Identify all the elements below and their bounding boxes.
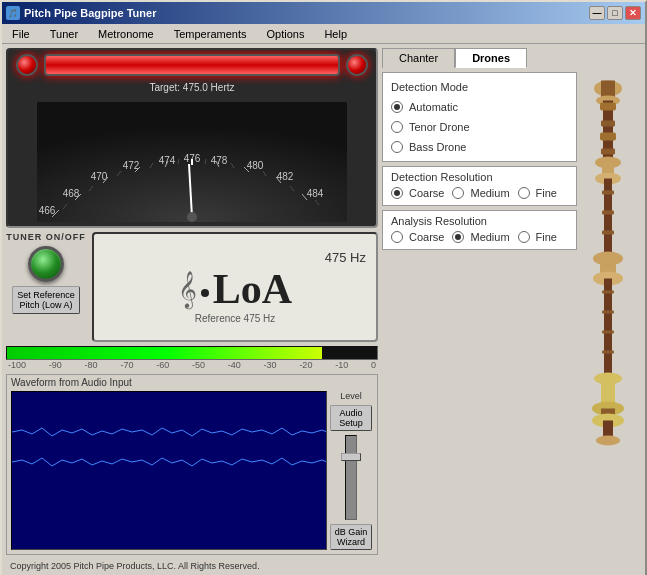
- radio-bass-drone-circle: [391, 141, 403, 153]
- analysis-fine[interactable]: Fine: [518, 231, 557, 243]
- app-icon: 🎵: [6, 6, 20, 20]
- main-content: Target: 475.0 Hertz 4: [2, 44, 645, 575]
- level-slider[interactable]: [345, 435, 357, 520]
- menu-temperaments[interactable]: Temperaments: [168, 26, 253, 42]
- waveform-display: [11, 391, 327, 550]
- svg-text:474: 474: [159, 155, 176, 166]
- tuner-on-off-label: TUNER ON/OFF: [6, 232, 86, 242]
- bagpipe-area: [581, 48, 641, 573]
- svg-rect-55: [602, 331, 614, 334]
- svg-rect-46: [602, 191, 614, 195]
- level-label: Level: [340, 391, 362, 401]
- note-dot: [201, 289, 209, 297]
- svg-rect-40: [600, 133, 616, 141]
- detection-coarse[interactable]: Coarse: [391, 187, 444, 199]
- level-bar-container-wrapper: -100 -90 -80 -70 -60 -50 -40 -30 -20 -10…: [6, 346, 378, 370]
- center-indicator-bar: [44, 54, 340, 76]
- tuner-controls: TUNER ON/OFF Set Reference Pitch (Low A)…: [6, 232, 378, 342]
- svg-text:466: 466: [39, 205, 56, 216]
- svg-text:478: 478: [211, 155, 228, 166]
- radio-tenor-drone-circle: [391, 121, 403, 133]
- analysis-medium-circle: [452, 231, 464, 243]
- radio-bass-drone-label: Bass Drone: [409, 141, 466, 153]
- level-scale: -100 -90 -80 -70 -60 -50 -40 -30 -20 -10…: [6, 360, 378, 370]
- radio-tenor-drone-label: Tenor Drone: [409, 121, 470, 133]
- tab-drones[interactable]: Drones: [455, 48, 527, 68]
- waveform-title: Waveform from Audio Input: [7, 375, 136, 390]
- detection-coarse-label: Coarse: [409, 187, 444, 199]
- gauge-meter: Target: 475.0 Hertz 4: [8, 80, 376, 226]
- tab-chanter[interactable]: Chanter: [382, 48, 455, 68]
- bagpipe-svg: [581, 48, 636, 573]
- copyright: Copyright 2005 Pitch Pipe Products, LLC.…: [6, 559, 378, 573]
- analysis-fine-circle: [518, 231, 530, 243]
- radio-bass-drone[interactable]: Bass Drone: [391, 141, 568, 153]
- note-reference: Reference 475 Hz: [195, 313, 276, 324]
- waveform-svg: [12, 392, 326, 549]
- audio-setup-button[interactable]: AudioSetup: [330, 405, 372, 431]
- radio-automatic-label: Automatic: [409, 101, 458, 113]
- audio-controls: Level AudioSetup dB GainWizard: [329, 391, 373, 550]
- radio-tenor-drone[interactable]: Tenor Drone: [391, 121, 568, 133]
- note-main-row: 𝄞 LoA: [178, 265, 292, 313]
- svg-rect-48: [602, 231, 614, 235]
- svg-text:480: 480: [247, 160, 264, 171]
- tuner-on-off-section: TUNER ON/OFF Set Reference Pitch (Low A): [6, 232, 86, 342]
- window-title: Pitch Pipe Bagpipe Tuner: [24, 7, 156, 19]
- detection-coarse-circle: [391, 187, 403, 199]
- target-text: Target: 475.0 Hertz: [8, 82, 376, 93]
- detection-medium-label: Medium: [470, 187, 509, 199]
- maximize-button[interactable]: □: [607, 6, 623, 20]
- pitch-button[interactable]: Set Reference Pitch (Low A): [12, 286, 80, 314]
- menu-options[interactable]: Options: [260, 26, 310, 42]
- detection-resolution-options: Coarse Medium Fine: [391, 187, 568, 199]
- detection-mode-title: Detection Mode: [391, 81, 568, 93]
- title-buttons: — □ ✕: [589, 6, 641, 20]
- analysis-coarse-label: Coarse: [409, 231, 444, 243]
- top-decoration: [8, 50, 376, 80]
- analysis-medium[interactable]: Medium: [452, 231, 509, 243]
- left-panel: Target: 475.0 Hertz 4: [6, 48, 378, 573]
- close-button[interactable]: ✕: [625, 6, 641, 20]
- svg-rect-54: [602, 311, 614, 314]
- detection-resolution-section: Detection Resolution Coarse Medium Fine: [382, 166, 577, 206]
- radio-automatic-circle: [391, 101, 403, 113]
- detection-fine-label: Fine: [536, 187, 557, 199]
- menu-metronome[interactable]: Metronome: [92, 26, 160, 42]
- minimize-button[interactable]: —: [589, 6, 605, 20]
- detection-resolution-title: Detection Resolution: [391, 171, 568, 183]
- power-button[interactable]: [28, 246, 64, 282]
- level-bar-fill: [7, 347, 322, 359]
- svg-rect-38: [600, 103, 616, 111]
- menu-tuner[interactable]: Tuner: [44, 26, 84, 42]
- radio-automatic[interactable]: Automatic: [391, 101, 568, 113]
- detection-fine-circle: [518, 187, 530, 199]
- menu-help[interactable]: Help: [318, 26, 353, 42]
- tabs: Chanter Drones: [382, 48, 577, 68]
- svg-rect-41: [601, 149, 615, 155]
- note-display: 475 Hz 𝄞 LoA Reference 475 Hz: [92, 232, 378, 342]
- detection-mode-panel: Detection Mode Automatic Tenor Drone Bas…: [382, 72, 577, 162]
- analysis-resolution-section: Analysis Resolution Coarse Medium Fine: [382, 210, 577, 250]
- detection-medium[interactable]: Medium: [452, 187, 509, 199]
- svg-text:484: 484: [307, 188, 324, 199]
- analysis-coarse[interactable]: Coarse: [391, 231, 444, 243]
- analysis-resolution-options: Coarse Medium Fine: [391, 231, 568, 243]
- svg-point-32: [187, 212, 197, 222]
- level-bar-container: [6, 346, 378, 360]
- svg-rect-47: [602, 211, 614, 215]
- svg-rect-53: [602, 291, 614, 294]
- detection-fine[interactable]: Fine: [518, 187, 557, 199]
- analysis-medium-label: Medium: [470, 231, 509, 243]
- note-hz: 475 Hz: [325, 250, 366, 265]
- db-gain-button[interactable]: dB GainWizard: [330, 524, 372, 550]
- svg-rect-39: [601, 121, 615, 127]
- menu-bar: File Tuner Metronome Temperaments Option…: [2, 24, 645, 44]
- gauge-area: Target: 475.0 Hertz 4: [6, 48, 378, 228]
- svg-rect-56: [602, 351, 614, 354]
- level-thumb[interactable]: [341, 453, 361, 461]
- menu-file[interactable]: File: [6, 26, 36, 42]
- title-bar: 🎵 Pitch Pipe Bagpipe Tuner — □ ✕: [2, 2, 645, 24]
- detection-mode-options: Automatic Tenor Drone Bass Drone: [391, 101, 568, 153]
- gauge-svg: 466 468 470 472 474 476 478 480 482 484: [8, 102, 376, 222]
